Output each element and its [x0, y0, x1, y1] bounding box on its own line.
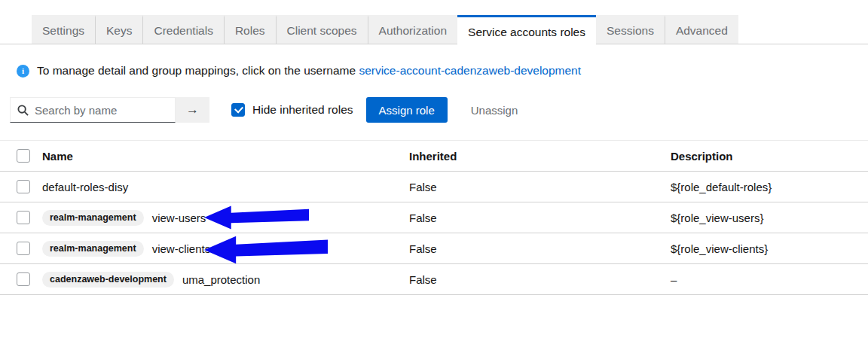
tab-authorization[interactable]: Authorization — [368, 15, 457, 44]
role-name: view-users — [152, 212, 206, 224]
column-header-description: Description — [671, 150, 868, 163]
service-account-roles-table: Name Inherited Description default-roles… — [0, 140, 868, 295]
select-all-checkbox[interactable] — [17, 149, 30, 163]
client-badge: realm-management — [42, 241, 144, 257]
tab-keys[interactable]: Keys — [95, 15, 142, 44]
client-badge: cadenzaweb-development — [42, 272, 174, 288]
info-circle-icon: i — [17, 65, 29, 78]
inherited-value: False — [409, 212, 671, 224]
row-checkbox[interactable] — [17, 272, 30, 286]
roles-toolbar: → Hide inherited roles Assign role Unass… — [10, 97, 868, 123]
tab-bar: SettingsKeysCredentialsRolesClient scope… — [0, 15, 868, 44]
client-badge: realm-management — [42, 210, 144, 226]
hide-inherited-checkbox[interactable] — [231, 103, 245, 117]
table-row: cadenzaweb-developmentuma_protectionFals… — [0, 264, 868, 295]
info-text: To manage detail and group mappings, cli… — [37, 64, 581, 78]
service-account-username-link[interactable]: service-account-cadenzaweb-development — [359, 64, 581, 77]
role-name: uma_protection — [182, 273, 260, 286]
search-box — [10, 97, 176, 123]
row-checkbox[interactable] — [17, 180, 30, 193]
hide-inherited-control: Hide inherited roles — [231, 103, 353, 117]
search-submit-button[interactable]: → — [176, 97, 209, 123]
annotation-arrow-icon — [204, 236, 328, 265]
annotation-arrow — [204, 205, 309, 230]
tab-roles[interactable]: Roles — [224, 15, 276, 44]
info-text-body: To manage detail and group mappings, cli… — [37, 64, 356, 77]
table-body: default-roles-disyFalse${role_default-ro… — [0, 172, 868, 295]
tab-settings[interactable]: Settings — [32, 15, 95, 44]
assign-role-button[interactable]: Assign role — [366, 97, 448, 123]
inherited-value: False — [409, 242, 671, 255]
annotation-arrow — [204, 236, 328, 265]
arrow-right-icon: → — [186, 102, 199, 117]
column-header-inherited: Inherited — [409, 150, 671, 163]
info-banner: i To manage detail and group mappings, c… — [17, 64, 868, 78]
row-checkbox[interactable] — [17, 211, 30, 224]
description-value: ${role_view-users} — [671, 212, 868, 224]
description-value: ${role_view-clients} — [671, 242, 868, 255]
role-name: view-clients — [152, 242, 211, 255]
description-value: – — [671, 273, 868, 286]
table-row: realm-managementview-usersFalse${role_vi… — [0, 202, 868, 233]
unassign-button[interactable]: Unassign — [471, 104, 518, 117]
description-value: ${role_default-roles} — [671, 181, 868, 193]
tab-service-accounts-roles[interactable]: Service accounts roles — [457, 15, 596, 47]
tab-credentials[interactable]: Credentials — [142, 15, 223, 44]
tab-sessions[interactable]: Sessions — [596, 15, 665, 44]
tab-client-scopes[interactable]: Client scopes — [276, 15, 368, 44]
tab-advanced[interactable]: Advanced — [665, 15, 738, 44]
table-header-row: Name Inherited Description — [0, 141, 868, 172]
search-input[interactable] — [35, 104, 155, 117]
hide-inherited-label: Hide inherited roles — [252, 103, 353, 117]
table-row: default-roles-disyFalse${role_default-ro… — [0, 172, 868, 202]
row-checkbox[interactable] — [17, 242, 30, 255]
annotation-arrow-icon — [204, 205, 309, 230]
inherited-value: False — [409, 273, 671, 286]
search-group: → — [10, 97, 209, 123]
role-name: default-roles-disy — [42, 181, 128, 193]
search-icon — [17, 105, 29, 116]
inherited-value: False — [409, 181, 671, 193]
column-header-name: Name — [42, 150, 409, 163]
table-row: realm-managementview-clientsFalse${role_… — [0, 233, 868, 264]
